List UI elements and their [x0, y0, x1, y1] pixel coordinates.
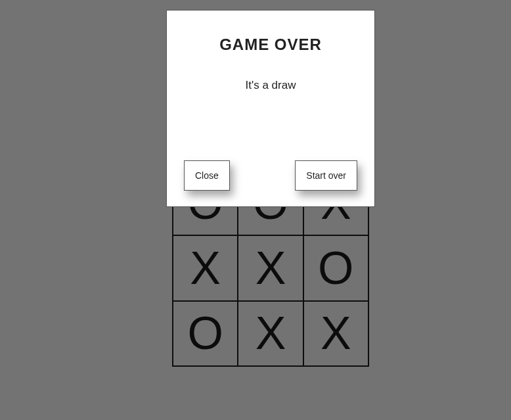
modal-title: GAME OVER — [219, 35, 322, 54]
modal-message: It's a draw — [246, 79, 296, 92]
close-button[interactable]: Close — [184, 160, 230, 191]
game-over-modal: GAME OVER It's a draw Close Start over — [166, 10, 375, 207]
modal-button-row: Close Start over — [183, 160, 359, 192]
start-over-button[interactable]: Start over — [295, 160, 357, 191]
